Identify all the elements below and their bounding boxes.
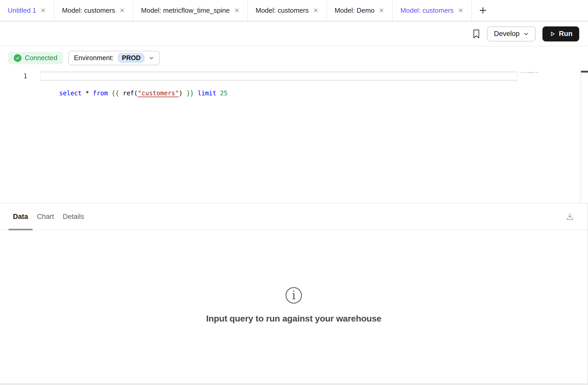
toolbar: Develop Run (0, 22, 588, 46)
tab-label: Model: customers (400, 6, 453, 15)
code-token (119, 90, 123, 97)
minimap-code: select * from {{ ref("customers") }} lim… (518, 70, 525, 73)
tab-bar: Untitled 1 Model: customers Model: metri… (0, 0, 588, 22)
download-button[interactable] (565, 212, 575, 221)
results-tab[interactable]: Chart (33, 203, 58, 230)
code-line[interactable]: select * from {{ ref("customers") }} lim… (41, 72, 227, 98)
code-token (194, 90, 197, 97)
tab-label: Model: Demo (335, 6, 375, 15)
close-icon[interactable] (313, 8, 319, 13)
tab-label: Model: customers (256, 6, 309, 15)
close-icon[interactable] (40, 8, 46, 13)
bookmark-icon (472, 29, 480, 39)
develop-label: Develop (494, 30, 519, 38)
results-tab[interactable]: Details (58, 203, 89, 230)
code-token (216, 90, 220, 97)
environment-label: Environment: (74, 54, 114, 62)
environment-selector[interactable]: Environment: PROD (68, 51, 160, 65)
run-button[interactable]: Run (542, 26, 579, 41)
code-token: "customers" (138, 90, 179, 97)
sql-editor[interactable]: 1 select * from {{ ref("customers") }} l… (0, 69, 588, 203)
svg-text:i: i (292, 289, 296, 302)
results-tab-label: Data (13, 213, 28, 221)
minimap[interactable]: select * from {{ ref("customers") }} lim… (518, 70, 580, 96)
ide-window: Untitled 1 Model: customers Model: metri… (0, 0, 588, 385)
close-icon[interactable] (119, 8, 125, 13)
play-icon (549, 31, 556, 37)
code-token: ) (179, 90, 182, 97)
close-icon[interactable] (234, 8, 240, 13)
editor-scrollbar-track[interactable] (580, 71, 588, 203)
code-token: * (85, 90, 89, 97)
code-token: {{ (112, 90, 119, 97)
code-token (89, 90, 93, 97)
results-tab-label: Details (63, 213, 84, 221)
tab-label: Model: customers (62, 6, 115, 15)
editor-scrollbar-thumb[interactable] (581, 71, 588, 73)
code-token (183, 90, 186, 97)
close-icon[interactable] (379, 8, 384, 13)
code-token: ref (123, 90, 134, 97)
run-label: Run (559, 30, 572, 38)
results-tab-list: Data Chart Details (9, 203, 89, 230)
code-token: }} (186, 90, 194, 97)
bookmark-button[interactable] (472, 29, 480, 39)
code-token: select (59, 90, 82, 97)
editor-tab[interactable]: Model: customers (248, 0, 327, 21)
empty-state-message: Input query to run against your warehous… (206, 313, 381, 324)
plus-icon (478, 5, 488, 15)
chevron-down-icon (149, 55, 154, 61)
environment-value-pill: PROD (118, 53, 145, 63)
status-row: Connected Environment: PROD (0, 46, 588, 69)
editor-tab[interactable]: Model: Demo (327, 0, 393, 21)
connection-status-badge: Connected (8, 52, 63, 64)
tab-label: Untitled 1 (8, 6, 36, 15)
check-circle-icon (14, 54, 21, 62)
results-tab[interactable]: Data (9, 203, 33, 230)
results-panel: Data Chart Details i (0, 203, 588, 383)
download-icon (565, 212, 575, 221)
connection-status-label: Connected (25, 54, 57, 62)
results-tab-label: Chart (37, 213, 54, 221)
code-token (108, 90, 112, 97)
code-token: from (93, 90, 108, 97)
results-tab-bar: Data Chart Details (0, 203, 587, 230)
editor-tab[interactable]: Model: customers (393, 0, 472, 21)
editor-tab[interactable]: Model: customers (54, 0, 133, 21)
editor-tab[interactable]: Model: metricflow_time_spine (133, 0, 248, 21)
chevron-down-icon (523, 31, 529, 37)
editor-tab[interactable]: Untitled 1 (0, 0, 54, 21)
empty-state: i Input query to run against your wareho… (0, 230, 587, 383)
line-number-gutter: 1 (0, 72, 41, 81)
tab-label: Model: metricflow_time_spine (141, 6, 230, 15)
code-token (82, 90, 85, 97)
code-token: ( (134, 90, 138, 97)
bottom-edge-bar (0, 383, 588, 385)
develop-dropdown[interactable]: Develop (487, 26, 535, 41)
new-tab-button[interactable] (472, 0, 494, 21)
line-number: 1 (0, 72, 27, 81)
code-token: 25 (220, 90, 227, 97)
code-token: limit (198, 90, 216, 97)
tab-list: Untitled 1 Model: customers Model: metri… (0, 0, 472, 21)
close-icon[interactable] (458, 8, 464, 13)
info-icon: i (285, 287, 303, 304)
